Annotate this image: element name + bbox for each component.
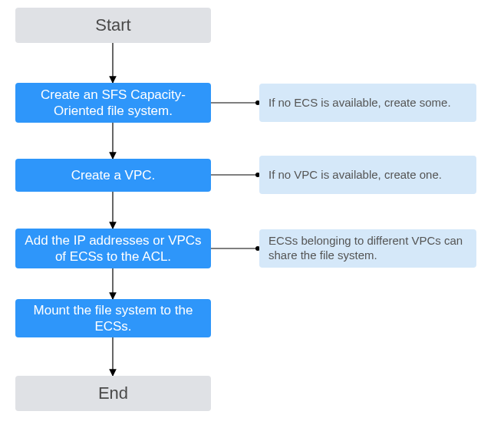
flow-connectors	[0, 0, 504, 431]
step-add-acl: Add the IP addresses or VPCs of ECSs to …	[15, 229, 211, 268]
start-node: Start	[15, 8, 211, 43]
step-create-vpc: Create a VPC.	[15, 159, 211, 192]
step-create-sfs: Create an SFS Capacity-Oriented file sys…	[15, 83, 211, 123]
end-node: End	[15, 376, 211, 411]
note-share: ECSs belonging to different VPCs can sha…	[259, 229, 476, 268]
note-ecs: If no ECS is available, create some.	[259, 84, 476, 122]
note-vpc: If no VPC is available, create one.	[259, 156, 476, 194]
step-mount: Mount the file system to the ECSs.	[15, 299, 211, 337]
